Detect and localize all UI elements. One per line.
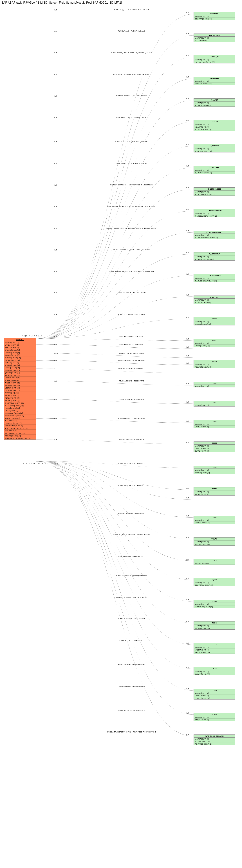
- edge-label: RJMGLA-CNAE = J_1BTCNAE-J_1BCNAE: [76, 162, 187, 164]
- entity-field: KUNNR [CHAR (10)]: [194, 323, 235, 325]
- entity-ttxj: TTXJMANDT [CLNT (3)]KALSM [CHAR (6)]TXJC…: [194, 643, 235, 654]
- edge-card-right: 0..N: [186, 316, 189, 318]
- entity-header: T016: [194, 466, 235, 469]
- entity-header: RJMGLA: [4, 338, 36, 341]
- entity-field: MANDT [CLNT (3)]: [194, 385, 235, 387]
- edge-card-right: 0..N: [186, 515, 189, 517]
- edge-card-right: 0..N: [186, 55, 189, 56]
- entity-field: MANDT [CLNT (3)]: [194, 670, 235, 673]
- entity-t880: T880MANDT [CLNT (3)]RCOMP [CHAR (6)]: [194, 516, 235, 524]
- entity-header: BUSTYPE: [194, 12, 235, 15]
- entity-field: STGDL [CHAR (2)]: [194, 718, 235, 721]
- entity-field: FISKN [CHAR (10)]: [4, 366, 36, 369]
- entity-field: LAND1 [CHAR (3)]: [194, 447, 235, 450]
- entity-field: INDTYP [CHAR (2)]: [4, 417, 36, 419]
- entity-tq04a: TQ04AMANDT [CLNT (3)]SPERRFKT [CHAR (2)]: [194, 600, 235, 608]
- edge-label: RJMGLA-DLGRP = TVFCD-DLGRP: [76, 663, 187, 665]
- entity-field: J_1BCNAE [CHAR (7)]: [194, 172, 235, 174]
- entity-field: LAND1 [CHAR (3)]: [194, 426, 235, 428]
- entity-header: TQ04A: [194, 600, 235, 603]
- entity-field: MANDT [CLNT (3)]: [194, 15, 235, 18]
- edge-card-left: 0..N: [55, 399, 58, 400]
- entity-tcurc: TCURCMANDT [CLNT (3)]WAERS [CUKY (5)]: [194, 537, 235, 546]
- edge-label: RJMGLA-STCDT = J_1ATODC-J_1ATODC: [76, 141, 187, 143]
- edge-label: RJMGLA-SPRAS = T002-SPRAS: [76, 380, 187, 382]
- entity-field: MANDT [CLNT (3)]: [194, 80, 235, 82]
- entity-header: J_1BTCOMSIZE: [194, 188, 235, 190]
- entity-header: J_1BTINDTYP: [194, 252, 235, 255]
- edge-label: RJMGLA-SPERQ = TQ04A-SPERRFKT: [76, 596, 187, 598]
- entity-field: ACTSS [CHAR (3)]: [4, 397, 36, 399]
- edge-card-left: 0..N: [55, 249, 58, 251]
- entity-field: MANDT [CLNT (3)]: [194, 581, 235, 584]
- edge-card-left: 0..N: [55, 52, 58, 54]
- edge-label: RJMGLA-LNRZA = LFA1-LIFNR: [76, 352, 187, 354]
- edge-card-left: 0..N: [55, 314, 58, 316]
- edge-card-right: 0..N: [186, 273, 189, 275]
- entity-field: INDTYPE [CHAR (30)]: [194, 82, 235, 85]
- entity-field: SPRAS [LANG (1)]: [4, 361, 36, 364]
- entity-header: J_1ATODC: [194, 144, 235, 147]
- edge-label: RJMGLA-ICMSTAXPAY = J_1BTICMSTAXPAY-J_1B…: [76, 227, 187, 229]
- entity-t002: T002SPRAS [LANG (1)]: [194, 401, 235, 406]
- entity-field: J_1ATODC [CHAR (2)]: [194, 150, 235, 152]
- edge-label: RJMGLA-KUNNR = KNA1-KUNNR: [76, 314, 187, 315]
- entity-kna1: KNA1MANDT [CLNT (3)]KUNNR [CHAR (10)]: [194, 317, 235, 326]
- entity-header: J_1BTTDT: [194, 296, 235, 299]
- edge-label: RJMGLA-J_SC_CURRENCY = TCURC-WAERS: [76, 534, 187, 536]
- edge-label: RJMGLA-REGIO = T005S-BLAND: [76, 417, 187, 419]
- edge-card-left: 0..N: [55, 380, 58, 382]
- edge-label: RJMGLA-QSSYS = TQ02B-QSSYSFAM: [76, 575, 187, 577]
- edge-card-right: 0..N: [186, 165, 189, 167]
- entity-header: VTSGD: [194, 713, 235, 716]
- entity-t005: T005MANDT [CLNT (3)]LAND1 [CHAR (3)]: [194, 420, 235, 428]
- entity-bustype: BUSTYPEMANDT [CLNT (3)]GESTYP [CHAR (30)…: [194, 12, 235, 20]
- edge-label: RJMGLA-LAND1 = T005-LAND1: [76, 398, 187, 400]
- entity-field: BRSCH [CHAR (4)]: [194, 471, 235, 474]
- entity-header: TCURC: [194, 537, 235, 540]
- entity-field: KTOKK [CHAR (4)]: [194, 493, 235, 495]
- entity-field: MANDT [CLNT (3)]: [194, 519, 235, 521]
- edge-card-right: 0..N: [186, 599, 189, 601]
- edge-card-right: 0..N: [186, 338, 189, 340]
- edge-card-left: 0..N: [55, 336, 58, 337]
- entity-field: VBUND [CHAR (6)]: [4, 364, 36, 366]
- entity-header: TQ02B: [194, 578, 235, 581]
- edge-label: RJMGLA-LZONE = TZONE-ZONE1: [76, 685, 187, 687]
- edge-label: RJMGLA-INDTYP = J_1BTINDTYP-J_1BINDTYP: [76, 249, 187, 251]
- entity-wrf_pscd_tchainh: WRF_PSCD_TCHAINHMANDT [CLNT (3)]TC_ID [C…: [194, 735, 235, 745]
- entity-header: TFACD: [194, 559, 235, 562]
- entity-field: J_1KFTBUS [CHAR (30)]: [4, 402, 36, 404]
- edge-card-right: 0..N: [186, 420, 189, 422]
- entity-field: SFRGR [CHAR (4)]: [4, 384, 36, 386]
- entity-header: LFA1: [194, 339, 235, 342]
- edge-card-right: 0..N: [186, 383, 189, 384]
- edge-label: RJMGLA-STGDL = VTSGD-STGDL: [76, 709, 187, 711]
- entity-field: SFRGR [CHAR (4)]: [194, 627, 235, 629]
- entity-header: FMFGT_PO: [194, 55, 235, 58]
- edge-card-right: 0..N: [186, 98, 189, 99]
- entity-field: J_1BLEGALNAT [NUMC (4)]: [194, 279, 235, 282]
- entity-field: KALSM [CHAR (6)]: [194, 649, 235, 651]
- entity-field: J_1BICMSTAXPAY [CHAR (2)]: [194, 236, 235, 239]
- edge-card-right: 0..N: [186, 401, 189, 403]
- edge-label: RJMGLA-ACTSS = J_1AACT-J_1AACT: [76, 95, 187, 97]
- entity-field: MANDT [CLNT (3)]: [194, 603, 235, 605]
- entity-field: ZONE1 [CHAR (10)]: [194, 697, 235, 699]
- entity-field: KTOKK [CHAR (4)]: [4, 354, 36, 356]
- entity-j_1bttdt: J_1BTTDTMANDT [CLNT (3)]J_1BTDT [CHAR (2…: [194, 296, 235, 304]
- entity-field: MANDT [CLNT (3)]: [194, 190, 235, 193]
- entity-field: PLKAL [CHAR (2)]: [4, 379, 36, 381]
- entity-header: J_1BTDECREGPC: [194, 209, 235, 212]
- entity-j_1btcomsize: J_1BTCOMSIZEMANDT [CLNT (3)]J_1BCOMSIZE …: [194, 187, 235, 196]
- entity-header: KNA1: [194, 317, 235, 320]
- entity-field: RCOMP [CHAR (6)]: [194, 521, 235, 524]
- diagram-canvas: SAP ABAP table RJMGLA {IS-M/SD: Screen F…: [0, 0, 242, 868]
- entity-field: J_1BCOMSIZE [CHAR (2)]: [194, 193, 235, 195]
- edge-card-right: 0..N: [186, 346, 189, 348]
- edge-card-left: 0..N: [55, 9, 58, 11]
- edge-label: RJMGLA-FISKU = LFA1-LIFNR: [76, 343, 187, 345]
- entity-field: LNRZA [CHAR (10)]: [4, 359, 36, 361]
- entity-field: MANDT [CLNT (3)]: [194, 490, 235, 493]
- entity-field: MANDT [CLNT (3)]: [194, 169, 235, 172]
